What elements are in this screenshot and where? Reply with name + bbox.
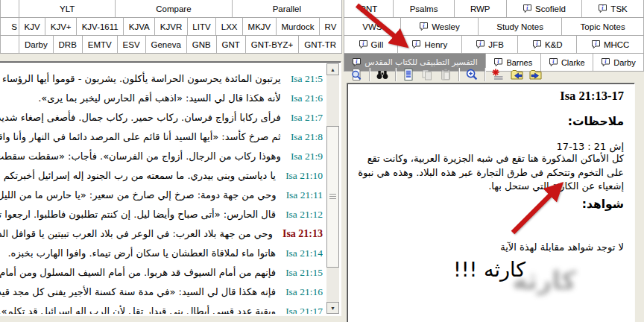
bible-translation-tab[interactable]: Darby — [19, 36, 53, 53]
bible-translation-tab[interactable]: Murdock — [276, 18, 319, 35]
tab-label: Henry — [424, 40, 447, 49]
zoom-in-icon[interactable] — [464, 67, 480, 82]
verse-reference[interactable]: Isa 21:5 — [291, 73, 323, 84]
bible-translation-tab[interactable]: DRB — [53, 36, 82, 53]
search-document-icon[interactable] — [348, 67, 364, 82]
verse-line[interactable]: Isa 21:6 لأنه هكذا قال لي السيد: «اذهب أ… — [0, 89, 323, 108]
bible-translation-tab[interactable]: LITV — [187, 18, 215, 35]
tab-label: ESV — [123, 40, 140, 49]
verse-text: يرتبون المائدة يحرسون الحراسة يأكلون. يش… — [0, 73, 281, 84]
paste-icon[interactable] — [438, 67, 454, 82]
bible-translation-tab[interactable]: Geneva — [145, 36, 186, 53]
copy-icon[interactable] — [419, 67, 435, 82]
bible-tab-row-3: Darby DRB EMTV ESV Geneva GNB GNT — [0, 36, 342, 54]
tab-label: GNB — [192, 40, 211, 49]
bible-translation-tab[interactable]: GNT-TR — [298, 36, 342, 53]
verse-line[interactable]: Isa 21:7 فرأى ركابا أزواج فرسان. ركاب حم… — [0, 108, 323, 127]
verse-reference[interactable]: Isa 21:12 — [285, 209, 323, 220]
scrollbar-grip — [329, 194, 336, 200]
highlight-star-icon[interactable] — [490, 67, 506, 82]
scrollbar-thumb[interactable] — [326, 126, 339, 268]
verse-line[interactable]: Isa 21:17 وبقية عدد قسي أبطال بني قيدار … — [0, 302, 323, 314]
bible-translation-tab[interactable]: KJV+ — [45, 18, 76, 35]
bible-translation-tab[interactable]: KJVA — [123, 18, 154, 35]
tab-label: MHCC — [604, 40, 630, 49]
commentary-tab[interactable]: i RWP — [454, 0, 506, 17]
commentary-tab[interactable]: i Wesley — [400, 18, 478, 35]
bible-translation-tab[interactable]: RV — [319, 18, 342, 35]
commentary-reference-line: إش 21 : 13-17 — [355, 141, 624, 152]
commentary-tab[interactable]: i Gill — [344, 36, 397, 53]
comment-balloon-icon: i — [598, 4, 607, 13]
commentary-tab[interactable]: i MHCC — [576, 36, 644, 53]
commentary-tab[interactable]: i PNT — [344, 0, 393, 17]
commentary-tab[interactable]: i JFB — [461, 36, 518, 53]
comment-balloon-icon: i — [532, 40, 542, 49]
tab-label: Compare — [156, 4, 191, 13]
copy-verse-document-icon[interactable] — [400, 67, 417, 82]
verse-line[interactable]: Isa 21:9 وهوذا ركاب من الرجال. أزواج من … — [0, 147, 323, 166]
verse-line[interactable]: Isa 21:11 وحي من جهة دومة: صرخ إلي صارخ … — [0, 186, 323, 205]
verse-reference[interactable]: Isa 21:6 — [291, 92, 323, 104]
tab-label: Psalms — [410, 4, 438, 13]
bible-translation-tab[interactable]: YLT — [19, 0, 115, 17]
bible-translation-tab[interactable] — [0, 0, 19, 17]
verse-line[interactable]: Isa 21:13 وحي من جهة بلاد العرب: في الوع… — [0, 224, 323, 244]
bible-translation-tab[interactable]: KJV — [19, 18, 45, 35]
verse-text: وهوذا ركاب من الرجال. أزواج من الفرسان».… — [0, 151, 281, 162]
verse-reference[interactable]: Isa 21:15 — [285, 267, 323, 278]
commentary-tab[interactable]: i Scofield — [506, 0, 581, 17]
verse-reference[interactable]: Isa 21:11 — [286, 189, 323, 201]
folder-next-icon[interactable] — [527, 67, 543, 82]
verse-reference[interactable]: Isa 21:8 — [291, 131, 323, 142]
bible-translation-tab[interactable]: ESV — [117, 36, 145, 53]
commentary-tab[interactable]: i Topic Notes — [561, 18, 644, 35]
verse-reference[interactable]: Isa 21:17 — [285, 306, 323, 314]
verse-line[interactable]: Isa 21:16 فإنه هكذا قال لي السيد: «في مد… — [0, 282, 323, 302]
bible-translation-tab[interactable]: KJVR — [154, 18, 187, 35]
bible-translation-tab[interactable]: GNT-BYZ+ — [245, 36, 298, 53]
verse-line[interactable]: Isa 21:10 يا دياستي وبني بيدري. ما سمعته… — [0, 166, 323, 186]
commentary-tab[interactable]: i Study Notes — [478, 18, 561, 35]
vertical-scrollbar[interactable]: ▲ ▼ — [326, 63, 339, 314]
bible-translation-tab[interactable]: KJV-1611 — [76, 18, 123, 35]
commentary-tab[interactable]: i K&D — [517, 36, 576, 53]
tab-label: Darby — [25, 40, 48, 49]
verse-text: يا دياستي وبني بيدري. ما سمعته من رب الج… — [0, 170, 276, 181]
watermark-text: كارثه !!! — [453, 258, 525, 281]
verse-reference[interactable]: Isa 21:7 — [291, 112, 323, 123]
verse-reference[interactable]: Isa 21:13 — [282, 228, 323, 239]
bible-translation-tab[interactable]: Parallel — [232, 0, 342, 17]
bible-translation-tab[interactable] — [0, 36, 19, 53]
commentary-tab[interactable]: i Psalms — [393, 0, 453, 17]
toolbar-separator — [369, 68, 370, 81]
commentary-tab[interactable]: i Henry — [397, 36, 461, 53]
verse-reference[interactable]: Isa 21:10 — [285, 170, 323, 181]
verse-reference[interactable]: Isa 21:14 — [285, 247, 323, 259]
verse-reference[interactable]: Isa 21:9 — [291, 151, 323, 162]
commentary-tab[interactable]: i VWS — [344, 18, 400, 35]
folder-previous-icon[interactable] — [508, 67, 525, 82]
tab-label: Murdock — [281, 22, 314, 31]
verse-reference[interactable]: Isa 21:16 — [285, 286, 323, 297]
bible-translation-tab[interactable]: S — [0, 18, 19, 35]
find-binoculars-icon[interactable] — [374, 67, 391, 82]
commentary-tab[interactable]: i TSK — [581, 0, 644, 17]
scroll-up-icon[interactable]: ▲ — [326, 63, 339, 75]
bible-translation-tab[interactable]: GNT — [216, 36, 245, 53]
bible-translation-tab[interactable]: LXX — [215, 18, 242, 35]
verse-line[interactable]: Isa 21:15 فإنهم من أمام السيوف قد هربوا.… — [0, 263, 323, 282]
bible-translation-tab[interactable]: GNB — [186, 36, 216, 53]
bible-tab-row-1: YLT Compare Parallel — [0, 0, 342, 18]
verse-line[interactable]: Isa 21:12 قال الحارس: «أتى صباح وأيضا لي… — [0, 205, 323, 224]
bible-translation-tab[interactable]: EMTV — [82, 36, 117, 53]
tab-label: KJV — [25, 22, 40, 31]
scroll-down-icon[interactable]: ▼ — [326, 302, 339, 314]
tab-label: Scofield — [535, 4, 566, 13]
verse-line[interactable]: Isa 21:5 يرتبون المائدة يحرسون الحراسة ي… — [0, 69, 323, 89]
comment-balloon-icon: i — [359, 40, 368, 49]
verse-line[interactable]: Isa 21:14 هاتوا ماء لملاقاة العطشان يا س… — [0, 244, 323, 263]
verse-line[interactable]: Isa 21:8 ثم صرخ كأسد: «أيها السيد أنا قا… — [0, 127, 323, 147]
bible-translation-tab[interactable]: Compare — [115, 0, 231, 17]
bible-translation-tab[interactable]: MKJV — [242, 18, 276, 35]
